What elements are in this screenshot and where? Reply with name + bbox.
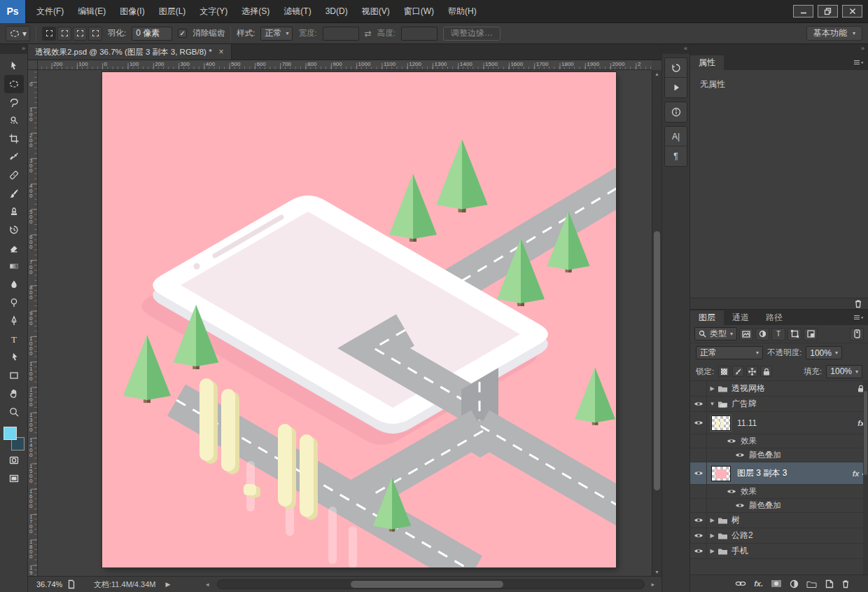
new-selection-button[interactable]: [42, 27, 56, 41]
menu-item[interactable]: 文件(F): [29, 0, 71, 22]
menu-item[interactable]: 文字(Y): [192, 0, 234, 22]
menu-item[interactable]: 图像(I): [113, 0, 151, 22]
screen-mode-button[interactable]: [4, 470, 24, 487]
antialias-checkbox[interactable]: ✓: [178, 29, 187, 38]
menu-item[interactable]: 选择(S): [234, 0, 276, 22]
quick-selection-tool[interactable]: [4, 111, 24, 130]
visibility-toggle[interactable]: [735, 452, 745, 458]
visibility-toggle[interactable]: [727, 488, 736, 495]
layer-row-1111[interactable]: 11.11 fx: [690, 412, 868, 434]
new-layer-icon[interactable]: [825, 579, 834, 588]
zoom-level-field[interactable]: 36.74%: [34, 579, 67, 589]
vertical-ruler[interactable]: 01 0 02 0 03 0 04 0 05 0 06 0 07 0 08 0 …: [28, 70, 38, 576]
menu-item[interactable]: 窗口(W): [397, 0, 441, 22]
trash-icon[interactable]: [854, 299, 862, 308]
panel-menu-icon[interactable]: [853, 315, 864, 322]
lock-transparency-icon[interactable]: [718, 366, 730, 377]
dock-collapse-icon[interactable]: ‹‹: [662, 44, 690, 54]
tool-preset-picker[interactable]: ▾: [6, 26, 30, 41]
menu-item[interactable]: 滤镜(T): [276, 0, 318, 22]
minimize-button[interactable]: [793, 5, 813, 18]
move-tool[interactable]: [4, 57, 24, 75]
horizontal-scrollbar-thumb[interactable]: [351, 581, 503, 588]
add-layer-style-icon[interactable]: fx.: [754, 579, 763, 588]
paragraph-panel-icon[interactable]: ¶: [665, 146, 687, 166]
add-layer-mask-icon[interactable]: [771, 579, 782, 588]
effect-item-row[interactable]: 颜色叠加: [690, 499, 868, 513]
close-button[interactable]: [842, 5, 862, 18]
expand-arrow-icon[interactable]: ▶: [707, 532, 718, 539]
character-panel-icon[interactable]: A|: [665, 127, 687, 146]
expand-arrow-icon[interactable]: ▶: [707, 548, 718, 554]
swap-dimensions-icon[interactable]: ⇄: [365, 29, 372, 39]
vertical-scrollbar[interactable]: ▴ ▾: [652, 70, 662, 576]
status-menu-icon[interactable]: ▶: [165, 581, 170, 588]
quick-mask-button[interactable]: [4, 452, 24, 469]
filter-shape-layers-icon[interactable]: [788, 328, 802, 340]
visibility-toggle[interactable]: [690, 462, 707, 484]
actions-panel-icon[interactable]: [665, 78, 687, 97]
type-tool[interactable]: T: [4, 330, 24, 348]
lasso-tool[interactable]: [4, 93, 24, 111]
info-panel-icon[interactable]: [665, 102, 687, 122]
brush-tool[interactable]: [4, 184, 24, 202]
history-brush-tool[interactable]: [4, 221, 24, 239]
crop-tool[interactable]: [4, 130, 24, 148]
tab-channels[interactable]: 通道: [724, 310, 757, 325]
effects-row[interactable]: 效果: [690, 434, 868, 448]
ruler-origin-corner[interactable]: [28, 60, 38, 70]
visibility-toggle[interactable]: [690, 381, 707, 396]
dodge-tool[interactable]: [4, 294, 24, 312]
visibility-toggle[interactable]: [690, 528, 707, 543]
layer-thumbnail[interactable]: [711, 415, 731, 431]
adjustment-layer-icon[interactable]: [790, 579, 799, 588]
layer-thumbnail[interactable]: [711, 466, 731, 481]
opacity-dropdown[interactable]: 100%▾: [806, 346, 842, 359]
subtract-from-selection-button[interactable]: [73, 27, 87, 41]
layers-scrollbar[interactable]: [863, 381, 868, 574]
document-tab[interactable]: 透视效果2.psd @ 36.7% (图层 3 副本 3, RGB/8) * ×: [28, 44, 232, 60]
layer-row-road2-group[interactable]: ▶ 公路2: [690, 528, 868, 544]
effects-row[interactable]: 效果: [690, 485, 868, 499]
zoom-tool[interactable]: [4, 403, 24, 421]
foreground-color-swatch[interactable]: [4, 427, 17, 440]
workspace-switcher[interactable]: 基本功能▾: [806, 26, 862, 41]
lock-position-icon[interactable]: [746, 366, 758, 377]
feather-input[interactable]: 0 像素: [132, 27, 172, 41]
blend-mode-dropdown[interactable]: 正常▾: [696, 346, 763, 359]
scroll-down-icon[interactable]: ▾: [652, 569, 662, 575]
scroll-right-icon[interactable]: ▸: [651, 579, 654, 589]
expand-arrow-icon[interactable]: ▶: [707, 517, 718, 523]
tab-paths[interactable]: 路径: [757, 310, 791, 325]
menu-item[interactable]: 3D(D): [318, 0, 355, 22]
eyedropper-tool[interactable]: [4, 148, 24, 166]
scroll-left-icon[interactable]: ◂: [206, 579, 209, 589]
layer-row-billboard-group[interactable]: ▼ 广告牌: [690, 397, 868, 412]
filter-type-layers-icon[interactable]: T: [771, 328, 785, 340]
spot-healing-brush-tool[interactable]: [4, 166, 24, 184]
layer-row-perspective-grid[interactable]: ▶ 透视网格: [690, 381, 868, 397]
canvas-workspace[interactable]: 11.11: [38, 70, 652, 576]
elliptical-marquee-tool[interactable]: [4, 75, 24, 93]
menu-item[interactable]: 图层(L): [152, 0, 193, 22]
layer-style-badge[interactable]: fx: [848, 469, 860, 478]
menu-item[interactable]: 视图(V): [355, 0, 397, 22]
add-to-selection-button[interactable]: [57, 27, 71, 41]
toolbar-collapse-icon[interactable]: ››: [0, 44, 27, 54]
width-input[interactable]: [323, 27, 359, 41]
style-dropdown[interactable]: 正常▾: [260, 27, 293, 41]
expand-arrow-icon[interactable]: ▶: [707, 385, 718, 392]
visibility-toggle[interactable]: [690, 544, 707, 558]
intersect-selection-button[interactable]: [88, 27, 102, 41]
filter-smart-objects-icon[interactable]: [804, 328, 818, 340]
layer-row-trees-group[interactable]: ▶ 树: [690, 513, 868, 528]
fill-dropdown[interactable]: 100%▾: [826, 365, 862, 378]
restore-button[interactable]: [818, 5, 838, 18]
filter-pixel-layers-icon[interactable]: [739, 328, 753, 340]
blur-tool[interactable]: [4, 275, 24, 294]
tab-layers[interactable]: 图层: [690, 310, 724, 325]
artboard-canvas[interactable]: 11.11: [102, 72, 616, 567]
filter-kind-dropdown[interactable]: 类型 ▾: [694, 327, 737, 340]
history-panel-icon[interactable]: [665, 58, 687, 78]
eraser-tool[interactable]: [4, 239, 24, 257]
